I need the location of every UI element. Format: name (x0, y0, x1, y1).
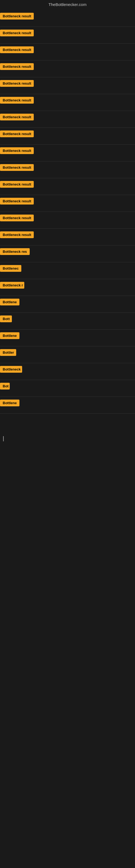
bottleneck-badge[interactable]: Bottleneck r (0, 282, 24, 289)
list-item: Bottleneck result (0, 128, 135, 144)
bottleneck-badge[interactable]: Bottleneck result (0, 80, 34, 87)
bottleneck-badge[interactable]: Bottleneck result (0, 13, 34, 20)
list-item: Bottleneck res (0, 246, 135, 262)
bottleneck-badge[interactable]: Bottleneck result (0, 63, 34, 70)
list-item: Bottleneck result (0, 145, 135, 161)
list-item: Bottleneck result (0, 44, 135, 60)
list-item: Bottleneck result (0, 195, 135, 212)
bottleneck-badge[interactable]: Bottleneck result (0, 181, 34, 188)
bottleneck-badge[interactable]: Bott (0, 315, 12, 322)
cursor-area: | (0, 414, 135, 442)
bottleneck-badge[interactable]: Bottleneck res (0, 248, 30, 255)
list-item: Bottlene (0, 296, 135, 312)
list-item: Bottlenec (0, 262, 135, 279)
list-item: Bottleneck result (0, 229, 135, 245)
list-item: Bottleneck result (0, 61, 135, 77)
list-item: Bottleneck result (0, 178, 135, 195)
list-item: Bottleneck result (0, 77, 135, 94)
list-item: Bottleneck r (0, 279, 135, 296)
list-item: Bottleneck result (0, 212, 135, 228)
list-item: Bott (0, 313, 135, 329)
bottleneck-badge[interactable]: Bottleneck result (0, 164, 34, 171)
cursor: | (0, 430, 135, 442)
bottleneck-badge[interactable]: Bot (0, 383, 10, 390)
list-item: Bottleneck result (0, 161, 135, 178)
bottleneck-badge[interactable]: Bottler (0, 349, 16, 356)
bottleneck-badge[interactable]: Bottlenec (0, 265, 21, 272)
bottleneck-badge[interactable]: Bottleneck (0, 366, 22, 373)
list-item: Bottlene (0, 397, 135, 413)
list-item: Bottleneck result (0, 94, 135, 111)
bottleneck-badge[interactable]: Bottleneck result (0, 130, 34, 137)
bottleneck-badge[interactable]: Bottleneck result (0, 147, 34, 154)
bottleneck-badge[interactable]: Bottleneck result (0, 215, 34, 221)
list-item: Bot (0, 380, 135, 397)
bottleneck-badge[interactable]: Bottleneck result (0, 198, 34, 205)
list-item: Bottleneck result (0, 111, 135, 127)
bottleneck-badge[interactable]: Bottleneck result (0, 231, 34, 238)
list-item: Bottleneck result (0, 27, 135, 43)
bottleneck-badge[interactable]: Bottleneck result (0, 46, 34, 53)
site-header: TheBottlenecker.com (0, 0, 135, 10)
list-item: Bottleneck result (0, 10, 135, 27)
list-item: Bottler (0, 346, 135, 363)
bottleneck-badge[interactable]: Bottlene (0, 332, 19, 339)
bottleneck-badge[interactable]: Bottleneck result (0, 30, 34, 36)
bottleneck-badge[interactable]: Bottlene (0, 400, 19, 406)
bottleneck-badge[interactable]: Bottleneck result (0, 97, 34, 104)
list-item: Bottleneck (0, 363, 135, 380)
bottleneck-badge[interactable]: Bottlene (0, 299, 19, 305)
bottleneck-badge[interactable]: Bottleneck result (0, 114, 34, 120)
list-item: Bottlene (0, 330, 135, 346)
